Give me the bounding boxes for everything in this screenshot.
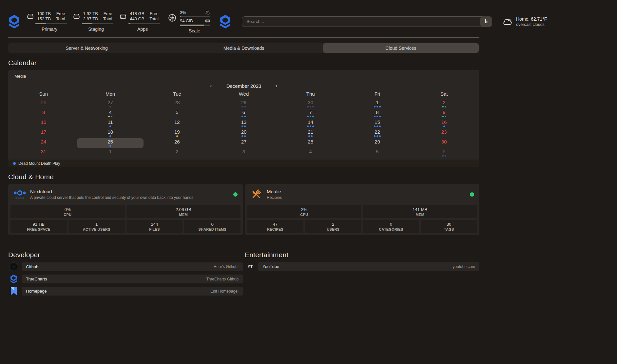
dashboard-page: 100 TB Free 152 TB Total Primary 1.92 TB… bbox=[8, 0, 479, 296]
calendar-day[interactable]: 7 bbox=[277, 109, 344, 119]
calendar-day[interactable]: 20 bbox=[210, 128, 277, 138]
calendar-day[interactable]: 9 bbox=[411, 109, 477, 119]
tab-cloud-services[interactable]: Cloud Services bbox=[323, 43, 479, 53]
calendar-day[interactable]: 22 bbox=[344, 128, 411, 138]
calendar-day[interactable]: 4 bbox=[77, 109, 144, 119]
weather-location-temp: Home, 62.71°F bbox=[516, 16, 547, 22]
calendar-day[interactable]: 29 bbox=[210, 99, 277, 109]
event-dot bbox=[307, 116, 309, 117]
stat-mem: 2.06 GBMEM bbox=[126, 205, 241, 218]
calendar-day[interactable]: 1 bbox=[77, 148, 144, 158]
calendar-day[interactable]: 13 bbox=[210, 119, 277, 128]
event-dot bbox=[379, 106, 381, 107]
calendar-day[interactable]: 17 bbox=[10, 128, 77, 138]
calendar-day[interactable]: 27 bbox=[77, 99, 144, 109]
bookmark-label: Homepage bbox=[26, 289, 47, 294]
status-dot-running bbox=[233, 192, 238, 197]
calendar-card: Media ‹ December 2023 › SunMonTueWedThuF… bbox=[8, 70, 479, 167]
calendar-day[interactable]: 30 bbox=[411, 138, 477, 148]
disk-free-value: 100 TB bbox=[37, 11, 51, 16]
section-title-developer: Developer bbox=[8, 251, 243, 259]
event-dot bbox=[109, 145, 111, 147]
calendar-day[interactable]: 1 bbox=[344, 99, 411, 109]
calendar-day[interactable]: 28 bbox=[277, 138, 344, 148]
cpu-icon bbox=[205, 10, 210, 15]
calendar-day[interactable]: 23 bbox=[411, 128, 477, 138]
event-dot bbox=[310, 106, 311, 107]
calendar-day[interactable]: 21 bbox=[277, 128, 344, 138]
truecharts-logo-icon bbox=[8, 15, 20, 29]
calendar-day[interactable]: 24 bbox=[10, 138, 77, 148]
tab-media-downloads[interactable]: Media & Downloads bbox=[166, 43, 321, 53]
disk-usage-bar bbox=[35, 23, 67, 24]
calendar-day[interactable]: 11 bbox=[77, 119, 144, 128]
calendar-day[interactable]: 2 bbox=[411, 99, 477, 109]
calendar-day[interactable]: 5 bbox=[144, 109, 210, 119]
calendar-day[interactable]: 4 bbox=[277, 148, 344, 158]
calendar-day[interactable]: 6 bbox=[210, 109, 277, 119]
calendar-weekday: Sun bbox=[10, 91, 77, 99]
bookmark-description: Edit Homepage! bbox=[210, 289, 239, 294]
event-dot bbox=[312, 125, 314, 127]
bookmark-label: Github bbox=[26, 264, 38, 269]
calendar-day[interactable]: 26 bbox=[10, 99, 77, 109]
calendar-day[interactable]: 30 bbox=[277, 99, 344, 109]
event-dot bbox=[312, 106, 314, 107]
bookmark-github[interactable]: Github Here's Github! bbox=[8, 262, 243, 271]
scale-cpu-bar bbox=[180, 16, 210, 17]
disk-widget-apps: 418 GB Free 440 GB Total Apps bbox=[118, 11, 160, 32]
calendar-day[interactable]: 18 bbox=[77, 128, 144, 138]
scale-mem-bar bbox=[180, 25, 210, 26]
calendar-week-row: 31123456 bbox=[8, 148, 479, 158]
disk-total-value: 440 GB bbox=[130, 16, 144, 21]
calendar-day[interactable]: 29 bbox=[344, 138, 411, 148]
event-dot bbox=[244, 125, 246, 127]
calendar-day[interactable]: 27 bbox=[210, 138, 277, 148]
calendar-day[interactable]: 25 bbox=[77, 138, 144, 148]
bookmark-youtube[interactable]: YT YouTube youtube.com bbox=[245, 262, 479, 271]
calendar-day[interactable]: 15 bbox=[344, 119, 411, 128]
calendar-day[interactable]: 3 bbox=[210, 148, 277, 158]
stat-shared-items: 0SHARED ITEMS bbox=[184, 220, 241, 233]
service-link-mealie[interactable]: Mealie Recipies bbox=[247, 186, 477, 203]
calendar-day[interactable]: 14 bbox=[277, 119, 344, 128]
service-link-nextcloud[interactable]: Nextcloud Nextcloud A private cloud serv… bbox=[10, 186, 241, 203]
calendar-day[interactable]: 6 bbox=[411, 148, 477, 158]
calendar-day[interactable]: 26 bbox=[144, 138, 210, 148]
calendar-day[interactable]: 10 bbox=[10, 119, 77, 128]
stat-cpu: 0%CPU bbox=[10, 205, 125, 218]
event-dot bbox=[111, 116, 112, 117]
calendar-day[interactable]: 31 bbox=[10, 148, 77, 158]
event-dot bbox=[312, 116, 314, 117]
calendar-legend: Dead Mount Death Play bbox=[8, 160, 479, 167]
event-dot bbox=[108, 116, 110, 117]
bookmark-description: TrueCharts Github bbox=[206, 277, 239, 281]
calendar-day[interactable]: 8 bbox=[344, 109, 411, 119]
calendar-day[interactable]: 19 bbox=[144, 128, 210, 138]
event-dot bbox=[176, 135, 178, 137]
disk-free-value: 1.92 TB bbox=[83, 11, 98, 16]
calendar-day[interactable]: 5 bbox=[344, 148, 411, 158]
event-dot bbox=[445, 155, 446, 157]
calendar-day[interactable]: 12 bbox=[144, 119, 210, 128]
disk-free-label: Free bbox=[149, 11, 158, 16]
search-provider-button[interactable]: b bbox=[480, 16, 492, 27]
bookmark-truecharts[interactable]: TrueCharts TrueCharts Github bbox=[8, 275, 243, 283]
disk-total-label: Total bbox=[149, 16, 158, 21]
calendar-day[interactable]: 3 bbox=[10, 109, 77, 119]
chevron-left-icon[interactable]: ‹ bbox=[209, 83, 213, 88]
calendar-day[interactable]: 28 bbox=[144, 99, 210, 109]
tab-server-networking[interactable]: Server & Networking bbox=[9, 43, 164, 53]
bookmark-homepage[interactable]: Homepage Edit Homepage! bbox=[8, 287, 243, 296]
event-dot bbox=[442, 155, 444, 157]
event-legend-label: Dead Mount Death Play bbox=[18, 161, 60, 166]
calendar-day[interactable]: 16 bbox=[411, 119, 477, 128]
cloud-icon bbox=[502, 16, 512, 27]
search-input[interactable] bbox=[246, 19, 480, 24]
service-name: Nextcloud bbox=[30, 189, 195, 194]
calendar-day[interactable]: 2 bbox=[144, 148, 210, 158]
bookmark-label: YouTube bbox=[262, 264, 279, 269]
calendar-weekday: Fri bbox=[344, 91, 411, 99]
event-dot bbox=[241, 116, 243, 117]
chevron-right-icon[interactable]: › bbox=[274, 83, 279, 88]
